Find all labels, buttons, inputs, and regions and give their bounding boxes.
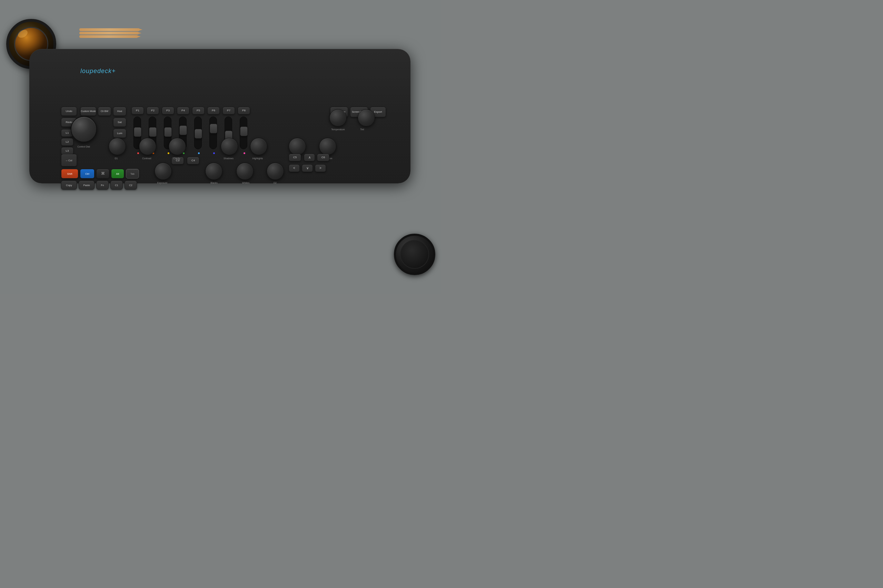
- control-dial[interactable]: [71, 116, 97, 142]
- c5-button[interactable]: C5: [289, 154, 301, 161]
- led-p5: [198, 152, 200, 154]
- cmd-button[interactable]: ⌘: [96, 169, 109, 178]
- contrast-label: Contrast: [134, 157, 160, 160]
- tint-label: Tint: [352, 128, 373, 130]
- p1-button[interactable]: P1: [131, 107, 144, 114]
- c1-button[interactable]: C1: [110, 181, 123, 190]
- exposure-knob[interactable]: [155, 163, 172, 180]
- shift-button[interactable]: Shift: [61, 169, 78, 178]
- arrow-right-button[interactable]: >: [315, 164, 326, 172]
- pencil-1: [79, 28, 140, 31]
- logo-plus: +: [112, 68, 116, 75]
- d2-knob[interactable]: [266, 163, 284, 180]
- alt-button[interactable]: Alt: [111, 169, 124, 178]
- lum-button[interactable]: Lum: [113, 129, 126, 138]
- arrow-down-button[interactable]: ∨: [302, 164, 313, 172]
- fn-button[interactable]: Fn: [96, 181, 109, 190]
- exposure-label: Exposure: [149, 182, 175, 184]
- col-button[interactable]: -- Col: [61, 154, 77, 166]
- c6-button[interactable]: C6: [317, 154, 329, 161]
- fader-p3-thumb[interactable]: [164, 127, 172, 137]
- p8-button[interactable]: P8: [238, 107, 250, 114]
- tint-knob[interactable]: [358, 109, 375, 126]
- fader-p5[interactable]: [194, 117, 202, 149]
- tab-button[interactable]: Tab: [126, 169, 139, 178]
- pencils: [79, 23, 145, 51]
- fader-p5-thumb[interactable]: [194, 129, 202, 138]
- paste-button[interactable]: Paste: [79, 181, 95, 190]
- c2-button[interactable]: C2: [125, 181, 137, 190]
- fader-p8-thumb[interactable]: [240, 126, 248, 136]
- whites-knob[interactable]: [236, 163, 254, 180]
- lens-cap: [394, 234, 435, 275]
- arrow-left-button[interactable]: <: [289, 164, 300, 172]
- highlights-label: Highlights: [244, 157, 271, 160]
- temperature-label: Temperature: [321, 128, 355, 130]
- fader-p6-thumb[interactable]: [210, 124, 217, 134]
- hue-button[interactable]: Hue: [113, 107, 126, 116]
- fader-p8[interactable]: [240, 117, 247, 149]
- p7-button[interactable]: P7: [223, 107, 235, 114]
- pencil-3: [79, 35, 138, 38]
- device-logo: loupedeck+: [80, 68, 116, 75]
- loupedeck-device: loupedeck+ Undo Redo L1 L2 L3 -- Col Cus…: [29, 49, 411, 183]
- fader-p2-thumb[interactable]: [149, 127, 156, 137]
- fader-p4-thumb[interactable]: [179, 126, 187, 135]
- blacks-label: Blacks: [201, 182, 227, 184]
- whites-label: Whites: [233, 182, 259, 184]
- led-p6: [213, 152, 215, 154]
- copy-button[interactable]: Copy: [61, 181, 77, 190]
- clarity-knob[interactable]: [168, 138, 186, 155]
- shadows-knob[interactable]: [221, 138, 238, 155]
- p2-button[interactable]: P2: [147, 107, 159, 114]
- led-p1: [137, 152, 139, 154]
- l2-button[interactable]: L2: [61, 138, 74, 146]
- ctrl-button[interactable]: Ctrl: [80, 169, 95, 178]
- p4-button[interactable]: P4: [177, 107, 190, 114]
- saturation-knob[interactable]: [319, 138, 336, 155]
- p3-button[interactable]: P3: [162, 107, 174, 114]
- sat-button[interactable]: Sat: [113, 118, 126, 127]
- undo-button[interactable]: Undo: [61, 107, 77, 116]
- p5-button[interactable]: P5: [192, 107, 205, 114]
- logo-text: loupedeck: [80, 68, 112, 75]
- arrow-up-button[interactable]: ∧: [304, 154, 315, 161]
- shadows-label: Shadows: [215, 157, 241, 160]
- contrast-knob[interactable]: [139, 138, 156, 155]
- d2-label: D2: [262, 182, 288, 184]
- l3-button[interactable]: L3: [61, 147, 74, 155]
- control-dial-label: Control Dial: [64, 146, 104, 148]
- clarity-label: Clarity: [164, 157, 190, 160]
- custom-mode-button[interactable]: Custom Mode: [80, 107, 96, 116]
- led-p8: [244, 152, 245, 154]
- d1-knob[interactable]: [109, 138, 126, 155]
- led-p3: [168, 152, 169, 154]
- temperature-knob[interactable]: [329, 109, 347, 126]
- fader-p6[interactable]: [209, 117, 217, 149]
- vibrance-knob[interactable]: [289, 138, 306, 155]
- fader-p1-thumb[interactable]: [134, 127, 141, 137]
- clr-bw-button[interactable]: Clr BW: [98, 107, 111, 116]
- p6-button[interactable]: P6: [207, 107, 220, 114]
- d1-label: D1: [104, 157, 128, 160]
- blacks-knob[interactable]: [205, 163, 223, 180]
- highlights-knob[interactable]: [250, 138, 267, 155]
- pencil-2: [79, 32, 138, 34]
